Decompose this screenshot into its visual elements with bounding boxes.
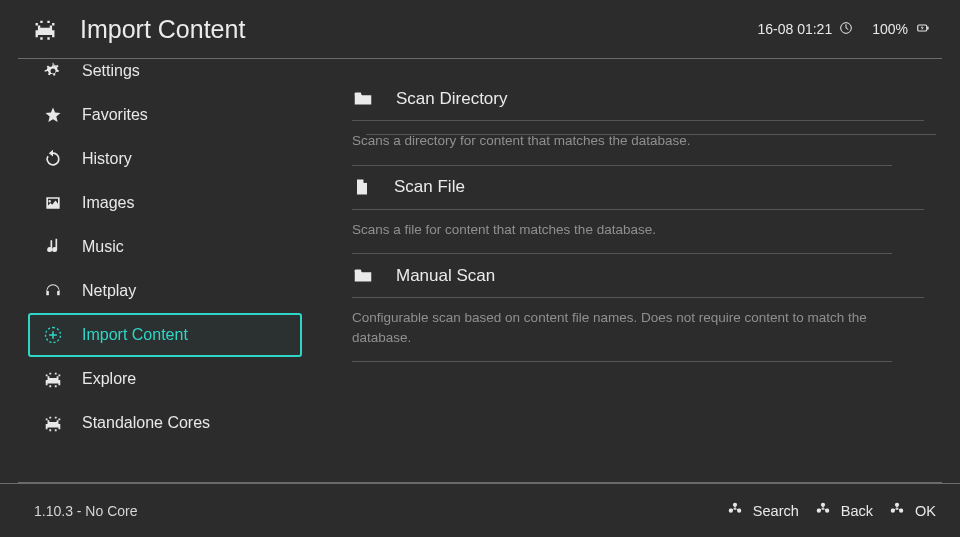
folder-icon <box>352 265 374 287</box>
gamepad-icon <box>887 499 907 522</box>
plus-icon <box>42 324 64 346</box>
sidebar-item-label: Images <box>82 194 134 212</box>
sidebar-item-music[interactable]: Music <box>28 225 302 269</box>
invader-icon <box>42 368 64 390</box>
sidebar: Settings Favorites History Images Music … <box>0 59 320 483</box>
version-text: 1.10.3 - No Core <box>34 503 138 519</box>
sidebar-item-label: Import Content <box>82 326 188 344</box>
footer-action-search[interactable]: Search <box>725 499 799 522</box>
status-bar: 16-08 01:21 100% <box>757 19 932 40</box>
clock-icon <box>838 20 854 39</box>
invader-icon <box>42 412 64 434</box>
option-scan-file[interactable]: Scan File <box>352 166 924 210</box>
sidebar-item-label: Music <box>82 238 124 256</box>
sidebar-item-import-content[interactable]: Import Content <box>28 313 302 357</box>
music-icon <box>42 236 64 258</box>
content-top-divider <box>366 134 936 135</box>
footer-action-label: Search <box>753 503 799 519</box>
star-icon <box>42 104 64 126</box>
gear-icon <box>42 60 64 82</box>
sidebar-item-netplay[interactable]: Netplay <box>28 269 302 313</box>
footer-action-ok[interactable]: OK <box>887 499 936 522</box>
option-label: Scan File <box>394 177 465 197</box>
option-description: Scans a file for content that matches th… <box>352 210 892 255</box>
sidebar-item-label: Explore <box>82 370 136 388</box>
sidebar-item-standalone-cores[interactable]: Standalone Cores <box>28 401 302 445</box>
battery-icon <box>914 19 932 40</box>
option-scan-directory[interactable]: Scan Directory <box>352 77 924 121</box>
footer: 1.10.3 - No Core Search Back OK <box>0 483 960 537</box>
sidebar-item-label: Standalone Cores <box>82 414 210 432</box>
sidebar-item-images[interactable]: Images <box>28 181 302 225</box>
app-logo-icon <box>28 16 62 42</box>
footer-action-back[interactable]: Back <box>813 499 873 522</box>
sidebar-item-favorites[interactable]: Favorites <box>28 93 302 137</box>
sidebar-item-label: Netplay <box>82 282 136 300</box>
datetime-text: 16-08 01:21 <box>757 21 832 37</box>
gamepad-icon <box>725 499 745 522</box>
option-label: Manual Scan <box>396 266 495 286</box>
option-manual-scan[interactable]: Manual Scan <box>352 254 924 298</box>
footer-action-label: Back <box>841 503 873 519</box>
sidebar-item-label: Favorites <box>82 106 148 124</box>
headphones-icon <box>42 280 64 302</box>
sidebar-item-label: Settings <box>82 62 140 80</box>
sidebar-item-label: History <box>82 150 132 168</box>
sidebar-item-explore[interactable]: Explore <box>28 357 302 401</box>
history-icon <box>42 148 64 170</box>
option-description: Configurable scan based on content file … <box>352 298 892 362</box>
file-icon <box>352 177 372 197</box>
option-label: Scan Directory <box>396 89 507 109</box>
folder-icon <box>352 88 374 110</box>
sidebar-item-settings[interactable]: Settings <box>28 59 302 93</box>
footer-action-label: OK <box>915 503 936 519</box>
gamepad-icon <box>813 499 833 522</box>
sidebar-item-history[interactable]: History <box>28 137 302 181</box>
battery-text: 100% <box>872 21 908 37</box>
page-title: Import Content <box>80 15 245 44</box>
option-description: Scans a directory for content that match… <box>352 121 892 166</box>
content-panel: Scan Directory Scans a directory for con… <box>320 59 960 483</box>
image-icon <box>42 192 64 214</box>
header: Import Content 16-08 01:21 100% <box>0 0 960 58</box>
